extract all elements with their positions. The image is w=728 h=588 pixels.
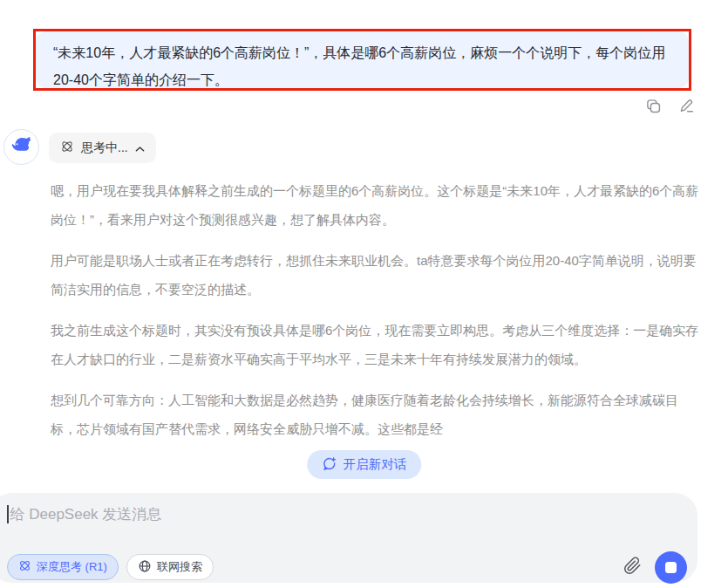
thinking-paragraph: 用户可能是职场人士或者正在考虑转行，想抓住未来职业机会。ta特意要求每个岗位用2… <box>51 246 699 304</box>
new-chat-label: 开启新对话 <box>344 456 407 473</box>
stop-button[interactable] <box>655 551 687 584</box>
thinking-content: 嗯，用户现在要我具体解释之前生成的一个标题里的6个高薪岗位。这个标题是“未来10… <box>51 176 699 455</box>
chat-page: “未来10年，人才最紧缺的6个高薪岗位！”，具体是哪6个高薪岗位，麻烦一个个说明… <box>0 0 728 588</box>
message-actions <box>644 98 696 116</box>
message-input[interactable]: 给 DeepSeek 发送消息 <box>7 504 161 524</box>
web-search-toggle[interactable]: 联网搜索 <box>126 554 214 580</box>
thinking-paragraph: 我之前生成这个标题时，其实没有预设具体是哪6个岗位，现在需要立即构思。考虑从三个… <box>51 316 699 373</box>
globe-icon <box>138 559 152 576</box>
new-chat-button[interactable]: 开启新对话 <box>307 450 422 479</box>
deepthink-toggle[interactable]: 深度思考 (R1) <box>7 554 119 580</box>
input-placeholder: 给 DeepSeek 发送消息 <box>10 504 162 524</box>
deepseek-avatar <box>3 129 39 165</box>
edit-pencil-icon <box>678 98 695 117</box>
stop-generation-icon <box>665 562 677 573</box>
copy-button[interactable] <box>644 98 663 116</box>
new-chat-bubble-plus-icon <box>322 456 337 474</box>
annotation-highlight: “未来10年，人才最紧缺的6个高薪岗位！”，具体是哪6个高薪岗位，麻烦一个个说明… <box>33 29 691 91</box>
edit-button[interactable] <box>677 98 696 116</box>
composer-toolbar: 深度思考 (R1) 联网搜索 <box>0 553 697 581</box>
deepthink-atom-icon <box>60 140 74 156</box>
deepthink-atom-icon <box>18 559 31 575</box>
web-search-label: 联网搜索 <box>157 559 202 575</box>
user-message-bubble: “未来10年，人才最紧缺的6个高薪岗位！”，具体是哪6个高薪岗位，麻烦一个个说明… <box>36 31 689 88</box>
copy-icon <box>645 98 662 117</box>
thinking-toggle-button[interactable]: 思考中... <box>49 133 156 163</box>
chevron-up-icon <box>135 141 145 155</box>
composer: 给 DeepSeek 发送消息 深度思考 (R1) <box>0 493 697 583</box>
deepthink-label: 深度思考 (R1) <box>37 559 107 575</box>
thinking-paragraph: 想到几个可靠方向：人工智能和大数据是必然趋势，健康医疗随着老龄化会持续增长，新能… <box>51 386 699 443</box>
paperclip-icon <box>623 557 642 578</box>
thinking-label: 思考中... <box>81 140 128 156</box>
deepseek-whale-logo-icon <box>10 133 33 161</box>
thinking-paragraph: 嗯，用户现在要我具体解释之前生成的一个标题里的6个高薪岗位。这个标题是“未来10… <box>51 176 699 234</box>
attach-button[interactable] <box>623 557 642 578</box>
text-caret <box>7 505 9 523</box>
